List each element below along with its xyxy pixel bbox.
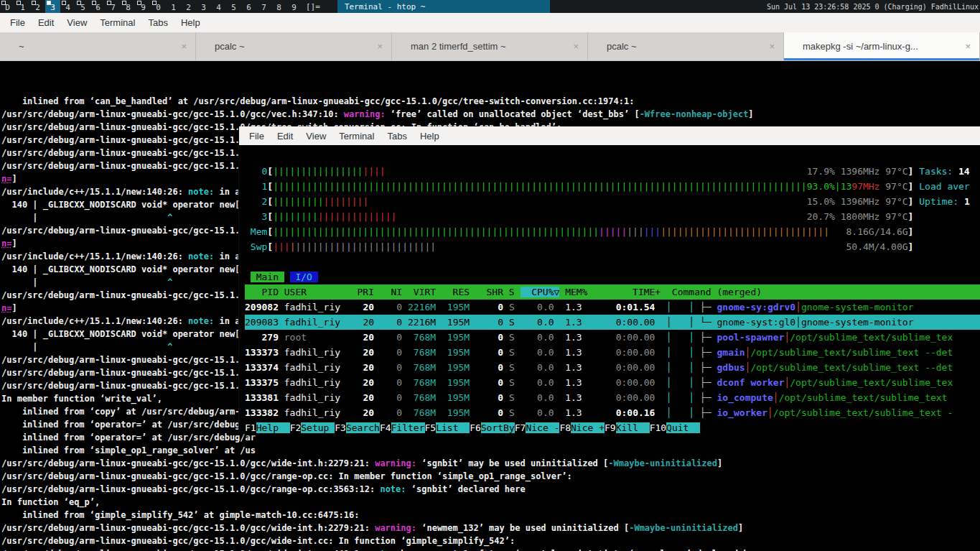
text-segment[interactable]: 0 xyxy=(374,317,402,328)
text-segment[interactable]: 0 xyxy=(374,407,402,418)
text-segment[interactable]: 2216M xyxy=(402,302,436,312)
menu-item-view[interactable]: View xyxy=(299,131,332,142)
text-segment[interactable]: ├─ xyxy=(700,392,717,403)
process-row[interactable]: 209082 fadhil_riy 20 0 2216M 195M 0 S 0.… xyxy=(245,300,980,315)
text-segment[interactable]: 1.3 xyxy=(554,407,582,418)
text-segment[interactable]: Nice - xyxy=(526,422,559,433)
workspace-2[interactable]: 2 xyxy=(30,0,45,13)
text-segment[interactable]: Setup xyxy=(301,422,335,433)
text-segment[interactable]: S xyxy=(503,362,515,373)
workspace-3-active[interactable]: 3 xyxy=(45,0,60,13)
text-segment[interactable]: 209083 xyxy=(245,317,284,328)
text-segment[interactable]: 2216M xyxy=(402,317,436,328)
text-segment[interactable]: ├─ xyxy=(700,302,717,312)
text-segment[interactable]: S xyxy=(503,302,515,312)
text-segment[interactable]: S xyxy=(503,377,515,388)
text-segment[interactable]: 0 xyxy=(470,392,503,403)
workspace-5[interactable]: 5 xyxy=(75,0,90,13)
text-segment[interactable]: CPU%▽ xyxy=(521,287,560,297)
workspace-9[interactable]: 9 xyxy=(286,0,302,13)
text-segment[interactable]: 195M xyxy=(436,407,470,418)
text-segment[interactable]: 0 xyxy=(470,347,503,358)
text-segment[interactable]: 1.3 xyxy=(554,302,582,312)
text-segment[interactable]: /opt/sublime_text/sublime_text --det xyxy=(751,362,953,373)
text-segment[interactable]: gmain xyxy=(717,347,745,358)
text-segment[interactable]: fadhil_riy xyxy=(284,362,340,373)
text-segment[interactable]: 768M xyxy=(402,392,436,403)
text-segment[interactable]: 195M xyxy=(436,332,470,343)
menu-item-tabs[interactable]: Tabs xyxy=(381,131,413,142)
text-segment[interactable]: 0:00.00 xyxy=(582,392,655,403)
text-segment[interactable]: 0:01.54 xyxy=(582,302,655,312)
text-segment[interactable]: gdbus xyxy=(717,362,745,373)
process-row[interactable]: 133382 fadhil_riy 20 0 768M 195M 0 S 0.0… xyxy=(245,405,980,420)
text-segment[interactable]: F5 xyxy=(425,422,437,433)
text-segment[interactable]: ├─ xyxy=(700,407,717,418)
text-segment[interactable]: 768M xyxy=(402,362,436,373)
text-segment[interactable]: List xyxy=(436,422,470,433)
text-segment[interactable]: dconf worker xyxy=(717,377,785,388)
text-segment[interactable]: 20 xyxy=(340,362,374,373)
text-segment[interactable]: 133373 xyxy=(245,347,284,358)
text-segment[interactable]: 279 xyxy=(245,332,284,343)
text-segment[interactable]: 195M xyxy=(436,392,470,403)
workspace-1[interactable]: 1 xyxy=(166,0,181,13)
text-segment[interactable]: Search xyxy=(346,422,380,433)
function-key-bar[interactable]: F1Help F2Setup F3SearchF4FilterF5List F6… xyxy=(245,420,980,434)
text-segment[interactable]: 1.3 xyxy=(554,332,582,343)
text-segment[interactable]: /opt/sublime_text/sublime_tex xyxy=(790,332,953,343)
text-segment[interactable]: 133382 xyxy=(245,407,284,418)
workspace-2[interactable]: 2 xyxy=(181,0,196,13)
text-segment[interactable]: 1.3 xyxy=(554,347,582,358)
text-segment[interactable]: F3 xyxy=(335,422,346,433)
text-segment[interactable]: S xyxy=(503,392,515,403)
text-segment[interactable]: fadhil_riy xyxy=(284,407,340,418)
text-segment[interactable]: 0.0 xyxy=(515,347,554,358)
text-segment[interactable]: 0 xyxy=(470,302,503,312)
text-segment[interactable]: S xyxy=(503,317,515,328)
text-segment[interactable]: 195M xyxy=(436,347,470,358)
workspace-4[interactable]: 4 xyxy=(60,0,75,13)
text-segment[interactable]: 0 xyxy=(374,332,402,343)
text-segment[interactable]: PID USER PRI NI VIRT RES SHR S xyxy=(245,287,521,297)
text-segment[interactable]: 768M xyxy=(402,377,436,388)
text-segment[interactable]: fadhil_riy xyxy=(284,347,340,358)
text-segment[interactable]: ├─ xyxy=(700,347,717,358)
text-segment[interactable]: 0 xyxy=(470,362,503,373)
text-segment[interactable]: 20 xyxy=(340,347,374,358)
text-segment[interactable]: 0:00.00 xyxy=(582,347,655,358)
text-segment[interactable]: │ │ xyxy=(655,392,700,403)
menu-item-terminal[interactable]: Terminal xyxy=(332,131,381,142)
text-segment[interactable]: ├─ xyxy=(700,362,717,373)
workspace-4[interactable]: 4 xyxy=(211,0,226,13)
text-segment[interactable]: 20 xyxy=(340,302,374,312)
text-segment[interactable]: F4 xyxy=(380,422,391,433)
workspace-6[interactable]: 6 xyxy=(90,0,106,13)
menu-item-help[interactable]: Help xyxy=(414,131,446,142)
process-row[interactable]: 133375 fadhil_riy 20 0 768M 195M 0 S 0.0… xyxy=(245,375,980,390)
text-segment[interactable]: 0:00.00 xyxy=(582,377,655,388)
text-segment[interactable]: fadhil_riy xyxy=(284,392,340,403)
terminal-tab[interactable]: ~× xyxy=(0,32,196,60)
text-segment[interactable]: 1.3 xyxy=(554,362,582,373)
text-segment[interactable]: 209082 xyxy=(245,302,284,312)
text-segment[interactable]: 20 xyxy=(340,332,374,343)
close-icon[interactable]: × xyxy=(573,41,579,52)
text-segment[interactable]: root xyxy=(284,332,340,343)
text-segment[interactable]: │ xyxy=(773,392,779,403)
text-segment[interactable]: ├─ xyxy=(700,377,717,388)
text-segment[interactable]: /opt/sublime_text/sublime_text - xyxy=(773,407,953,418)
text-segment[interactable]: 0 xyxy=(374,377,402,388)
text-segment[interactable]: F2 xyxy=(290,422,302,433)
workspace-8[interactable]: 8 xyxy=(121,0,136,13)
text-segment[interactable]: Quit xyxy=(666,422,700,433)
process-row[interactable]: 133374 fadhil_riy 20 0 768M 195M 0 S 0.0… xyxy=(245,360,980,375)
text-segment[interactable]: F8 xyxy=(559,422,571,433)
menu-item-edit[interactable]: Edit xyxy=(271,131,299,142)
text-segment[interactable]: pool-spawner xyxy=(717,332,785,343)
menu-item-file[interactable]: File xyxy=(4,17,32,28)
text-segment[interactable]: 0:00.16 xyxy=(582,407,655,418)
text-segment[interactable]: 0:00.00 xyxy=(582,362,655,373)
text-segment[interactable]: 768M xyxy=(402,347,436,358)
text-segment[interactable]: 0 xyxy=(470,317,503,328)
